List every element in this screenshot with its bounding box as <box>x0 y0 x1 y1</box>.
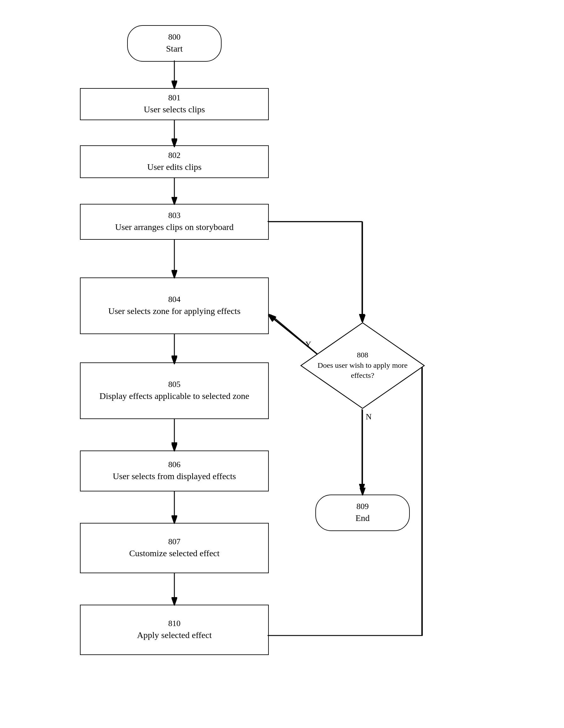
node-810: 810 Apply selected effect <box>80 605 269 655</box>
node-808-diamond-wrapper: 808 Does user wish to apply more effects… <box>300 322 426 410</box>
node-800-start: 800 Start <box>127 25 221 62</box>
node-806-label: User selects from displayed effects <box>113 471 236 482</box>
node-803-id: 803 <box>168 211 181 220</box>
node-806-id: 806 <box>168 460 181 469</box>
label-yes: Y <box>305 340 311 349</box>
node-808-label: Does user wish to apply more effects? <box>300 361 426 380</box>
node-802-label: User edits clips <box>147 161 202 173</box>
node-808-label-container: 808 Does user wish to apply more effects… <box>300 322 426 410</box>
node-810-id: 810 <box>168 619 181 628</box>
node-802-id: 802 <box>168 151 181 160</box>
node-807-id: 807 <box>168 537 181 546</box>
node-802: 802 User edits clips <box>80 145 269 178</box>
node-804-id: 804 <box>168 295 181 304</box>
node-800-label: Start <box>166 43 183 54</box>
node-808-id: 808 <box>357 351 368 359</box>
node-801-label: User selects clips <box>144 104 205 115</box>
node-801-id: 801 <box>168 93 181 103</box>
node-803: 803 User arranges clips on storyboard <box>80 204 269 240</box>
node-805: 805 Display effects applicable to select… <box>80 362 269 419</box>
node-804: 804 User selects zone for applying effec… <box>80 277 269 334</box>
node-807: 807 Customize selected effect <box>80 523 269 573</box>
node-805-label: Display effects applicable to selected z… <box>99 390 249 402</box>
node-806: 806 User selects from displayed effects <box>80 451 269 491</box>
node-804-label: User selects zone for applying effects <box>108 305 240 317</box>
node-803-label: User arranges clips on storyboard <box>115 221 233 233</box>
node-807-label: Customize selected effect <box>129 548 219 559</box>
node-809-id: 809 <box>357 502 369 511</box>
node-809-label: End <box>355 512 370 524</box>
node-805-id: 805 <box>168 380 181 389</box>
node-809-end: 809 End <box>316 495 410 531</box>
node-800-id: 800 <box>168 32 181 42</box>
node-801: 801 User selects clips <box>80 88 269 120</box>
label-no: N <box>366 412 372 422</box>
node-810-label: Apply selected effect <box>137 630 211 641</box>
flowchart-diagram: 800 Start 801 User selects clips 802 Use… <box>0 0 564 728</box>
